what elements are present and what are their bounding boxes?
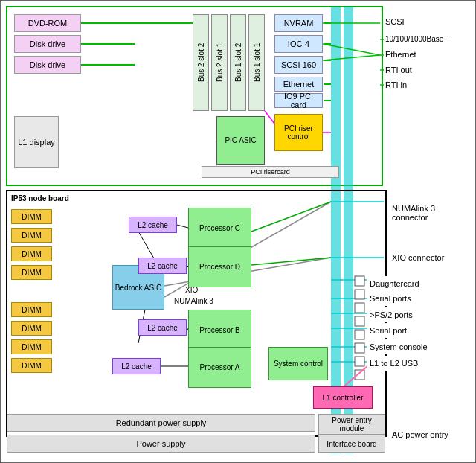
diagram: DVD-ROM Disk drive Disk drive L1 display… [0, 0, 476, 463]
scsi160: SCSI 160 [274, 56, 323, 74]
l1-l2-usb-label: L1 to L2 USB [367, 356, 456, 371]
pci-riser-control: PCI riser control [274, 114, 323, 151]
ethernet-label: Ethernet [385, 48, 445, 61]
xio-connector-label: XIO connector [389, 246, 456, 269]
l2cache-a: L2 cache [112, 358, 161, 374]
l2cache-c: L2 cache [129, 217, 177, 233]
interface-board: Interface board [318, 435, 385, 453]
svg-rect-35 [355, 343, 364, 353]
dimm-6: DIMM [11, 321, 52, 336]
numalink3-connector-label: NUMAlink 3 connector [389, 194, 471, 232]
disk-drive-2: Disk drive [14, 56, 81, 74]
serial-ports-label: Serial ports [367, 291, 456, 306]
processor-d: Processor D [188, 246, 251, 287]
svg-rect-31 [355, 290, 364, 299]
ac-power-entry-label: AC power entry [389, 420, 471, 450]
l1-controller: L1 controller [313, 386, 373, 409]
serial-port-label: Serial port [367, 323, 456, 338]
bus1-slot2: Bus 1 slot 2 [230, 14, 246, 111]
xio-label: XIO [185, 286, 198, 294]
svg-line-48 [251, 258, 331, 265]
daughtercard-label: Daughtercard [367, 276, 456, 291]
bus2-slot1: Bus 2 slot 1 [211, 14, 228, 111]
power-supply: Power supply [7, 435, 315, 453]
dimm-3: DIMM [11, 246, 52, 261]
bus1-slot1: Bus 1 slot 1 [248, 14, 265, 111]
svg-rect-32 [355, 303, 364, 313]
svg-rect-36 [355, 357, 364, 366]
system-control: System control [268, 347, 328, 380]
network-label: 10/100/1000BaseT [385, 32, 471, 45]
redundant-power-supply: Redundant power supply [7, 414, 315, 432]
processor-b: Processor B [188, 310, 251, 351]
ioc4: IOC-4 [274, 35, 323, 53]
pic-asic: PIC ASIC [216, 116, 265, 165]
dimm-7: DIMM [11, 339, 52, 354]
nvram: NVRAM [274, 14, 323, 32]
ps2-ports-label: >PS/2 ports [367, 307, 456, 322]
processor-a: Processor A [188, 347, 251, 388]
l2cache-d: L2 cache [138, 258, 187, 274]
dimm-1: DIMM [11, 209, 52, 224]
svg-line-12 [323, 44, 380, 55]
rti-in-label: RTI in [385, 78, 445, 92]
dvd-rom: DVD-ROM [14, 14, 81, 32]
l1-display: L1 display [14, 116, 59, 168]
power-entry-module: Power entry module [318, 414, 385, 435]
ip53-board-label: IP53 node board [11, 194, 69, 202]
processor-c: Processor C [188, 208, 251, 249]
bus2-slot2: Bus 2 slot 2 [193, 14, 209, 111]
svg-line-18 [265, 111, 274, 124]
svg-rect-37 [355, 370, 364, 380]
system-console-label: System console [367, 339, 456, 354]
disk-drive-1: Disk drive [14, 35, 81, 53]
pci-risercard: PCI risercard [202, 166, 339, 178]
ethernet-chip: Ethernet [274, 77, 323, 92]
rti-out-label: RTI out [385, 63, 445, 77]
svg-rect-33 [355, 316, 364, 326]
svg-line-13 [323, 55, 380, 60]
io9-pci-card: IO9 PCI card [274, 93, 323, 108]
svg-line-38 [177, 225, 188, 228]
svg-line-49 [251, 202, 331, 232]
dimm-8: DIMM [11, 358, 52, 373]
dimm-5: DIMM [11, 302, 52, 317]
svg-rect-30 [355, 276, 364, 286]
dimm-2: DIMM [11, 228, 52, 243]
dimm-4: DIMM [11, 265, 52, 280]
scsi-connector-label: SCSI [385, 14, 467, 29]
l2cache-b: L2 cache [138, 319, 187, 336]
numalink3-label: NUMAlink 3 [174, 297, 213, 305]
svg-rect-34 [355, 330, 364, 339]
